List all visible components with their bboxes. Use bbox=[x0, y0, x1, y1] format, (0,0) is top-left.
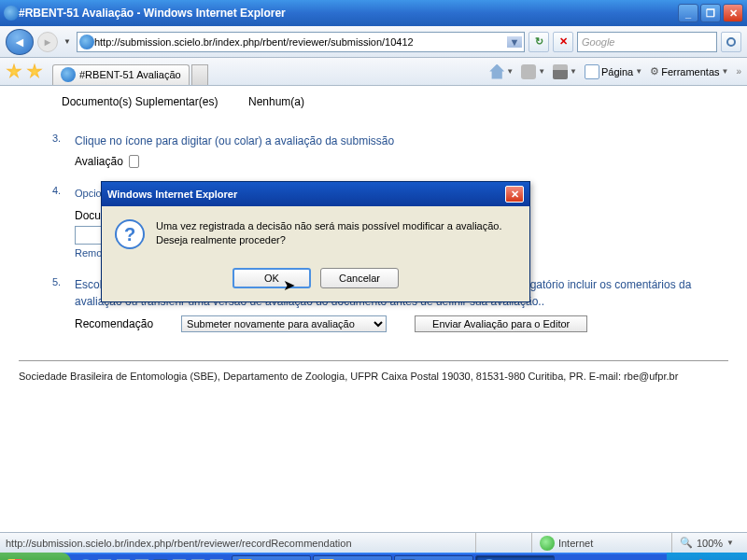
nav-toolbar: ◄ ► ▼ http://submission.scielo.br/index.… bbox=[0, 26, 747, 58]
dialog-cancel-button[interactable]: Cancelar bbox=[320, 268, 399, 288]
footer-text: Sociedade Brasileira de Entomologia (SBE… bbox=[19, 371, 728, 382]
close-button[interactable]: ✕ bbox=[723, 4, 743, 22]
window-titlebar: #RBENT-51 Avaliação - Windows Internet E… bbox=[0, 0, 747, 26]
search-placeholder: Google bbox=[582, 36, 712, 48]
edit-review-icon[interactable] bbox=[129, 155, 139, 168]
gear-icon: ⚙ bbox=[650, 65, 659, 77]
browser-tab[interactable]: #RBENT-51 Avaliação bbox=[52, 64, 190, 85]
sup-docs-value: Nenhum(a) bbox=[248, 95, 304, 108]
dialog-titlebar: Windows Internet Explorer ✕ bbox=[102, 182, 529, 206]
page-menu[interactable]: Página▼ bbox=[585, 64, 642, 79]
feed-icon bbox=[521, 64, 536, 79]
page-icon bbox=[585, 64, 599, 79]
cursor-icon: ➤ bbox=[283, 276, 295, 294]
sup-docs-label: Documento(s) Suplementar(es) bbox=[62, 95, 248, 108]
command-bar: #RBENT-51 Avaliação ▼ ▼ ▼ Página▼ ⚙Ferra… bbox=[0, 58, 747, 86]
dialog-title: Windows Internet Explorer bbox=[107, 189, 237, 200]
tools-menu[interactable]: ⚙Ferramentas▼ bbox=[650, 65, 728, 77]
system-tray: ‹ 08:40 bbox=[667, 553, 747, 560]
step4-number: 4. bbox=[52, 185, 75, 202]
zoom-label: 100% bbox=[697, 538, 723, 549]
chevron-icon[interactable]: » bbox=[736, 66, 741, 77]
step3-text: Clique no ícone para digitar (ou colar) … bbox=[75, 133, 728, 149]
favorites-icon[interactable] bbox=[6, 63, 22, 80]
home-button[interactable]: ▼ bbox=[489, 64, 514, 79]
add-favorites-icon[interactable] bbox=[26, 63, 43, 80]
new-tab-button[interactable] bbox=[191, 64, 208, 85]
search-box[interactable]: Google bbox=[577, 32, 717, 52]
magnify-icon bbox=[726, 37, 736, 47]
tab-favicon-icon bbox=[61, 67, 76, 82]
url-text: http://submission.scielo.br/index.php/rb… bbox=[94, 36, 507, 48]
zone-label: Internet bbox=[558, 538, 593, 549]
confirm-dialog: Windows Internet Explorer ✕ ? Uma vez re… bbox=[101, 181, 530, 302]
ie-icon bbox=[4, 6, 19, 21]
feeds-button[interactable]: ▼ bbox=[521, 64, 545, 79]
recommendation-select[interactable]: Submeter novamente para avaliação bbox=[181, 315, 387, 332]
dialog-close-button[interactable]: ✕ bbox=[505, 186, 524, 203]
address-bar[interactable]: http://submission.scielo.br/index.php/rb… bbox=[77, 32, 525, 52]
task-word[interactable]: W3 Micro... bbox=[394, 555, 473, 560]
status-bar: http://submission.scielo.br/index.php/rb… bbox=[0, 532, 747, 553]
status-url: http://submission.scielo.br/index.php/rb… bbox=[6, 538, 475, 549]
dialog-message: Uma vez registrada a decisão não será ma… bbox=[156, 219, 516, 249]
recomendacao-label: Recomendação bbox=[75, 317, 153, 330]
print-button[interactable]: ▼ bbox=[553, 64, 577, 79]
task-caixa[interactable]: Caixa de... bbox=[232, 555, 311, 560]
task-ie[interactable]: 2 Inter... bbox=[475, 555, 555, 560]
favicon-icon bbox=[79, 35, 94, 49]
zoom-icon: 🔍 bbox=[680, 537, 693, 549]
forward-button[interactable]: ► bbox=[37, 32, 58, 52]
question-icon: ? bbox=[115, 219, 145, 249]
submit-review-button[interactable]: Enviar Avaliação para o Editor bbox=[415, 315, 587, 332]
home-icon bbox=[489, 64, 504, 79]
task-meus[interactable]: Meus do... bbox=[313, 555, 392, 560]
stop-button[interactable]: ✕ bbox=[553, 32, 573, 52]
address-dropdown[interactable]: ▼ bbox=[507, 36, 522, 48]
zoom-dropdown[interactable]: ▼ bbox=[726, 539, 734, 547]
step5-number: 5. bbox=[52, 276, 75, 310]
back-button[interactable]: ◄ bbox=[6, 29, 34, 55]
globe-icon bbox=[540, 536, 555, 551]
print-icon bbox=[553, 64, 568, 79]
page-content: Documento(s) Suplementar(es) Nenhum(a) 3… bbox=[0, 86, 747, 532]
tab-title: #RBENT-51 Avaliação bbox=[79, 69, 181, 80]
refresh-button[interactable]: ↻ bbox=[529, 32, 549, 52]
taskbar: Iniciar W Caixa de... Meus do... W3 Micr… bbox=[0, 553, 747, 560]
avaliacao-label: Avaliação bbox=[75, 155, 123, 168]
start-button[interactable]: Iniciar bbox=[0, 553, 71, 560]
minimize-button[interactable]: _ bbox=[678, 4, 698, 22]
maximize-button[interactable]: ❐ bbox=[700, 4, 721, 22]
nav-history-dropdown[interactable]: ▼ bbox=[62, 37, 73, 46]
search-button[interactable] bbox=[721, 32, 741, 52]
window-title: #RBENT-51 Avaliação - Windows Internet E… bbox=[19, 7, 678, 20]
footer-divider bbox=[19, 360, 728, 361]
step3-number: 3. bbox=[52, 133, 75, 149]
dialog-ok-button[interactable]: OK bbox=[233, 268, 311, 288]
